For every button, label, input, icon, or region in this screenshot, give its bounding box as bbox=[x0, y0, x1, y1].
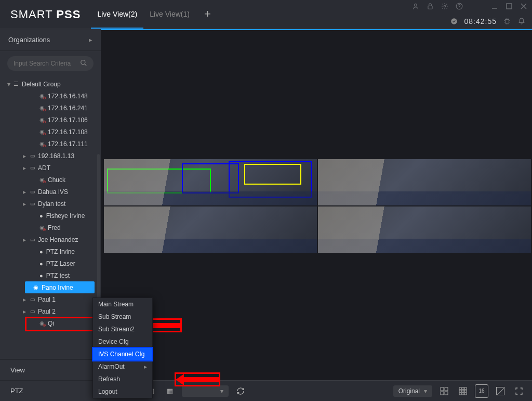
ctx-item-main-stream[interactable]: Main Stream bbox=[93, 298, 152, 311]
minimize-icon[interactable] bbox=[490, 2, 499, 10]
sidebar-organizations-header[interactable]: Organizations ▸ bbox=[0, 29, 101, 51]
svg-rect-17 bbox=[462, 387, 464, 390]
close-icon[interactable] bbox=[520, 2, 528, 10]
layout-16-button[interactable]: 16 bbox=[475, 384, 488, 398]
svg-rect-14 bbox=[441, 392, 444, 395]
lock-icon[interactable] bbox=[426, 2, 434, 10]
ivs-overlay-blue-2 bbox=[229, 161, 312, 198]
tree-item-11[interactable]: ◉⊘Fred bbox=[0, 222, 101, 234]
refresh-button[interactable] bbox=[234, 384, 247, 398]
svg-rect-24 bbox=[464, 393, 467, 395]
tree-item-label: PTZ Irvine bbox=[46, 248, 75, 255]
brand-text-2: PSS bbox=[56, 8, 81, 21]
tree-item-0[interactable]: ◉⊘172.16.16.148 bbox=[0, 90, 101, 102]
tab-liveview-2[interactable]: Live View(2) bbox=[91, 0, 143, 29]
scale-select[interactable]: Original▾ bbox=[393, 385, 432, 397]
tab-add[interactable]: + bbox=[196, 0, 219, 29]
ctx-item-ivs-channel-cfg[interactable]: IVS Channel Cfg bbox=[93, 348, 152, 360]
ctx-item-alarmout[interactable]: AlarmOut▸ bbox=[93, 360, 152, 373]
svg-line-11 bbox=[85, 63, 87, 66]
bell-icon[interactable] bbox=[517, 17, 526, 25]
search-icon[interactable] bbox=[80, 59, 87, 68]
tree-item-label: 172.16.17.108 bbox=[48, 128, 88, 136]
draw-button[interactable] bbox=[494, 384, 507, 398]
svg-rect-15 bbox=[445, 392, 448, 395]
video-cell-2[interactable] bbox=[318, 159, 531, 205]
ctx-item-label: Sub Stream2 bbox=[98, 326, 135, 333]
tab-liveview-1[interactable]: Live View(1) bbox=[143, 0, 196, 29]
context-menu[interactable]: Main StreamSub StreamSub Stream2Device C… bbox=[92, 297, 153, 398]
maximize-icon[interactable] bbox=[505, 2, 513, 10]
fullscreen-button[interactable] bbox=[512, 384, 526, 398]
help-icon[interactable] bbox=[455, 2, 463, 10]
clock-text: 08:42:55 bbox=[464, 17, 497, 25]
tree-item-10[interactable]: ●Fisheye Irvine bbox=[0, 210, 101, 222]
tree-item-label: 172.16.17.106 bbox=[48, 117, 88, 124]
video-cell-1[interactable] bbox=[104, 159, 317, 205]
ivs-overlay-blue-1 bbox=[182, 163, 239, 193]
ctx-item-device-cfg[interactable]: Device Cfg bbox=[93, 335, 152, 348]
titlebar: SMART PSS Live View(2) Live View(1) + 08… bbox=[0, 0, 532, 29]
device-tree[interactable]: ▾ ☰ Default Group ◉⊘172.16.16.148◉⊘172.1… bbox=[0, 76, 101, 359]
ctx-item-label: IVS Channel Cfg bbox=[98, 351, 144, 358]
brand-text-1: SMART bbox=[10, 8, 52, 21]
sidebar-ptz-button[interactable]: PTZ bbox=[0, 380, 101, 401]
cpu-icon[interactable] bbox=[503, 17, 511, 25]
tree-item-16[interactable]: ◉Pano Irvine bbox=[25, 281, 95, 293]
tree-item-2[interactable]: ◉⊘172.16.17.106 bbox=[0, 114, 101, 126]
stream-type-select[interactable]: ▾ bbox=[182, 385, 229, 397]
ctx-item-logout[interactable]: Logout bbox=[93, 385, 152, 398]
svg-rect-22 bbox=[459, 393, 461, 395]
view-tabs: Live View(2) Live View(1) + bbox=[91, 0, 219, 29]
ctx-item-label: Refresh bbox=[98, 376, 120, 383]
video-viewport: ▣ ▤ ▥ ▦ ▾ Original▾ 16 bbox=[101, 29, 532, 401]
tree-item-18[interactable]: ▸▭Paul 2 bbox=[0, 305, 101, 317]
title-right-icons bbox=[411, 2, 528, 10]
tree-item-4[interactable]: ◉⊘172.16.17.111 bbox=[0, 138, 101, 150]
tree-item-9[interactable]: ▸▭Dylan test bbox=[0, 198, 101, 210]
ctx-item-refresh[interactable]: Refresh bbox=[93, 373, 152, 385]
clock-row: 08:42:55 bbox=[450, 17, 526, 25]
viewport-bottombar: ▣ ▤ ▥ ▦ ▾ Original▾ 16 bbox=[101, 380, 532, 401]
svg-point-0 bbox=[415, 4, 417, 6]
tree-item-3[interactable]: ◉⊘172.16.17.108 bbox=[0, 126, 101, 138]
tree-item-15[interactable]: ●PTZ test bbox=[0, 269, 101, 281]
tree-group-label: Default Group bbox=[22, 81, 61, 88]
video-cell-4[interactable] bbox=[318, 206, 531, 253]
user-icon[interactable] bbox=[411, 2, 420, 10]
tree-item-label: ADT bbox=[38, 164, 50, 172]
tree-item-12[interactable]: ▸▭Joe Henandez bbox=[0, 234, 101, 245]
tree-item-5[interactable]: ▸▭192.168.1.13 bbox=[0, 150, 101, 162]
video-grid[interactable] bbox=[104, 159, 531, 253]
ctx-item-label: Main Stream bbox=[98, 301, 134, 308]
layout-9-button[interactable] bbox=[456, 384, 470, 398]
camera-icon: ◉ bbox=[33, 284, 38, 291]
gear-icon[interactable] bbox=[441, 2, 449, 10]
ivs-overlay-yellow bbox=[244, 164, 301, 185]
audio-button[interactable]: ▦ bbox=[163, 384, 177, 398]
tree-item-19[interactable]: ◉⊘Qi bbox=[0, 317, 101, 329]
tree-item-label: Paul 2 bbox=[38, 308, 56, 315]
tree-item-14[interactable]: ●PTZ Laser bbox=[0, 257, 101, 269]
chevron-right-icon: ▸ bbox=[144, 363, 147, 370]
ctx-item-sub-stream[interactable]: Sub Stream bbox=[93, 311, 152, 323]
sync-status-icon[interactable] bbox=[450, 17, 458, 25]
tree-item-13[interactable]: ●PTZ Irvine bbox=[0, 245, 101, 257]
tree-item-6[interactable]: ▸▭ADT bbox=[0, 162, 101, 174]
tree-item-8[interactable]: ▸▭Dahua IVS bbox=[0, 186, 101, 198]
ivs-overlay-green bbox=[107, 169, 211, 193]
svg-rect-20 bbox=[462, 390, 464, 392]
tree-item-label: Qi bbox=[48, 320, 54, 327]
tree-item-7[interactable]: ◉⊘Chuck bbox=[0, 174, 101, 186]
search-box[interactable] bbox=[7, 56, 94, 71]
ctx-item-sub-stream2[interactable]: Sub Stream2 bbox=[93, 323, 152, 335]
tree-group-default[interactable]: ▾ ☰ Default Group bbox=[0, 78, 101, 90]
search-input[interactable] bbox=[14, 60, 80, 67]
layout-4-button[interactable] bbox=[437, 384, 451, 398]
tree-item-1[interactable]: ◉⊘172.16.16.241 bbox=[0, 102, 101, 114]
sidebar-view-button[interactable]: View bbox=[0, 359, 101, 380]
app-logo: SMART PSS bbox=[0, 8, 91, 21]
ctx-item-label: Sub Stream bbox=[98, 313, 131, 320]
video-cell-3[interactable] bbox=[104, 206, 317, 253]
tree-item-17[interactable]: ▸▭Paul 1 bbox=[0, 293, 101, 305]
